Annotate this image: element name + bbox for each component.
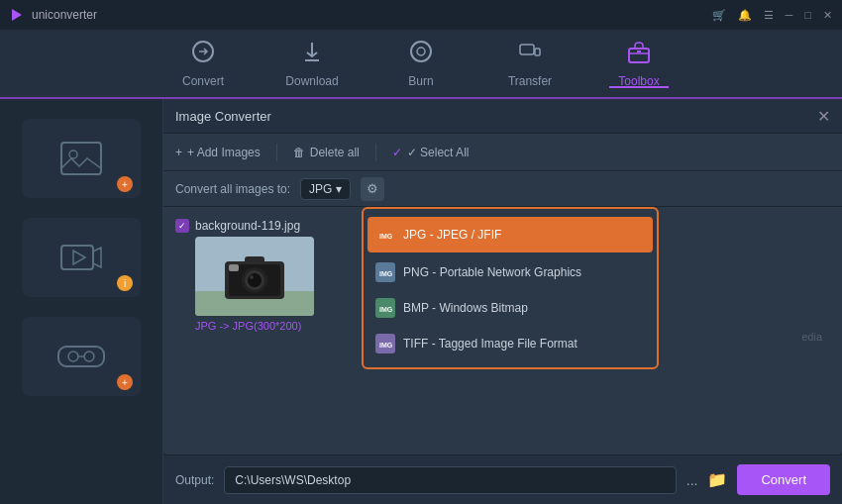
convert-label: Convert xyxy=(182,74,224,88)
dialog-content: ✓ background-119.jpg xyxy=(163,207,842,454)
convert-bar: Convert all images to: JPG ▾ ⚙ xyxy=(163,171,842,207)
image-filename: background-119.jpg xyxy=(195,219,300,233)
svg-point-12 xyxy=(69,151,77,158)
toolbar-item-download[interactable]: Download xyxy=(282,39,342,88)
trash-icon: 🗑 xyxy=(293,146,305,159)
toolbar-separator-2 xyxy=(375,144,376,161)
output-bar: Output: ... 📁 Convert xyxy=(163,454,842,504)
dialog-close-button[interactable]: ✕ xyxy=(817,107,830,126)
sidebar-widget-video[interactable]: i xyxy=(22,218,141,297)
image-caption: JPG -> JPG(300*200) xyxy=(195,320,301,332)
folder-open-icon[interactable]: 📁 xyxy=(707,470,727,489)
camera-image xyxy=(195,237,314,316)
image-widget-badge: + xyxy=(117,176,133,192)
transfer-icon xyxy=(517,39,543,70)
app-logo-icon xyxy=(10,7,26,23)
png-format-icon: IMG xyxy=(375,262,395,282)
dialog-toolbar: + + Add Images 🗑 Delete all ✓ ✓ Select A… xyxy=(163,134,842,171)
svg-point-16 xyxy=(68,352,78,361)
toolbar-item-convert[interactable]: Convert xyxy=(173,39,233,88)
svg-point-25 xyxy=(248,273,262,287)
svg-rect-11 xyxy=(61,143,101,174)
format-value: JPG xyxy=(309,182,332,196)
menu-icon[interactable]: ☰ xyxy=(764,9,774,22)
add-images-button[interactable]: + + Add Images xyxy=(175,146,261,159)
dialog-title: Image Converter xyxy=(175,109,271,124)
check-icon: ✓ xyxy=(392,146,402,159)
maximize-button[interactable]: □ xyxy=(804,9,811,21)
burn-label: Burn xyxy=(408,74,433,88)
format-option-png[interactable]: IMG PNG - Portable Network Graphics xyxy=(364,254,657,290)
format-label-bmp: BMP - Windows Bitmap xyxy=(403,301,528,315)
toolbar-item-burn[interactable]: Burn xyxy=(391,39,451,88)
video-widget-badge: i xyxy=(117,275,133,291)
select-all-label: ✓ Select All xyxy=(407,146,470,159)
format-label-png: PNG - Portable Network Graphics xyxy=(403,265,581,279)
plus-icon: + xyxy=(175,146,182,159)
gear-icon: ⚙ xyxy=(367,181,378,196)
toolbox-icon xyxy=(626,39,652,70)
image-checkbox[interactable]: ✓ xyxy=(175,219,189,233)
format-select-dropdown[interactable]: JPG ▾ xyxy=(300,178,351,200)
svg-rect-13 xyxy=(61,246,93,269)
toolbar-item-toolbox[interactable]: Toolbox xyxy=(609,39,669,88)
tiff-format-icon: IMG xyxy=(375,334,395,353)
sidebar-widget-vr[interactable]: + xyxy=(22,317,141,396)
convert-icon xyxy=(190,39,216,70)
svg-rect-6 xyxy=(535,49,540,55)
sidebar-widget-image[interactable]: + xyxy=(22,119,141,198)
title-bar-left: uniconverter xyxy=(10,7,97,23)
vr-widget-badge: + xyxy=(117,374,133,390)
format-option-bmp[interactable]: IMG BMP - Windows Bitmap xyxy=(364,290,657,326)
format-dropdown-menu: IMG JPG - JPEG / JFIF IMG PNG - Porta xyxy=(362,207,659,369)
main-toolbar: Convert Download Burn Transfer xyxy=(0,30,842,99)
app-name: uniconverter xyxy=(32,8,97,22)
svg-text:IMG: IMG xyxy=(379,233,393,240)
title-bar-controls: 🛒 🔔 ☰ ─ □ ✕ xyxy=(712,9,832,22)
bell-icon[interactable]: 🔔 xyxy=(738,9,752,22)
delete-all-button[interactable]: 🗑 Delete all xyxy=(293,146,360,159)
svg-point-4 xyxy=(417,48,425,55)
jpg-format-icon: IMG xyxy=(375,225,395,245)
cart-icon[interactable]: 🛒 xyxy=(712,9,726,22)
svg-text:IMG: IMG xyxy=(379,306,393,313)
right-panel: Image Converter ✕ + + Add Images 🗑 Delet… xyxy=(163,99,842,504)
convert-all-label: Convert all images to: xyxy=(175,182,290,196)
svg-marker-14 xyxy=(73,251,85,264)
close-window-button[interactable]: ✕ xyxy=(823,9,832,22)
transfer-label: Transfer xyxy=(508,74,552,88)
minimize-button[interactable]: ─ xyxy=(786,9,793,21)
svg-rect-28 xyxy=(229,264,239,271)
output-path-input[interactable] xyxy=(224,466,676,494)
left-sidebar: + i + xyxy=(0,99,163,504)
format-label-tiff: TIFF - Tagged Image File Format xyxy=(403,337,578,351)
convert-button[interactable]: Convert xyxy=(737,464,830,495)
svg-text:IMG: IMG xyxy=(379,270,393,277)
select-all-button[interactable]: ✓ ✓ Select All xyxy=(392,146,470,159)
svg-point-26 xyxy=(250,275,254,279)
format-option-jpg[interactable]: IMG JPG - JPEG / JFIF xyxy=(368,217,653,252)
image-item-header: ✓ background-119.jpg xyxy=(175,219,300,233)
burn-icon xyxy=(408,39,434,70)
chevron-down-icon: ▾ xyxy=(336,182,342,196)
svg-rect-5 xyxy=(520,45,534,54)
toolbar-separator-1 xyxy=(276,144,277,161)
download-label: Download xyxy=(285,74,338,88)
svg-point-17 xyxy=(84,352,94,361)
add-images-label: + Add Images xyxy=(187,146,261,159)
output-dots-button[interactable]: ... xyxy=(686,472,698,488)
svg-text:IMG: IMG xyxy=(379,342,393,349)
image-converter-dialog: Image Converter ✕ + + Add Images 🗑 Delet… xyxy=(163,99,842,454)
bmp-format-icon: IMG xyxy=(375,298,395,318)
settings-gear-button[interactable]: ⚙ xyxy=(361,177,384,201)
format-option-tiff[interactable]: IMG TIFF - Tagged Image File Format xyxy=(364,326,657,361)
media-hint: edia xyxy=(801,331,822,343)
dialog-header: Image Converter ✕ xyxy=(163,99,842,134)
svg-rect-27 xyxy=(245,256,264,264)
title-bar: uniconverter 🛒 🔔 ☰ ─ □ ✕ xyxy=(0,0,842,30)
download-icon xyxy=(299,39,325,70)
svg-point-3 xyxy=(411,42,431,61)
format-label-jpg: JPG - JPEG / JFIF xyxy=(403,228,501,242)
image-thumbnail xyxy=(195,237,314,316)
toolbar-item-transfer[interactable]: Transfer xyxy=(500,39,560,88)
